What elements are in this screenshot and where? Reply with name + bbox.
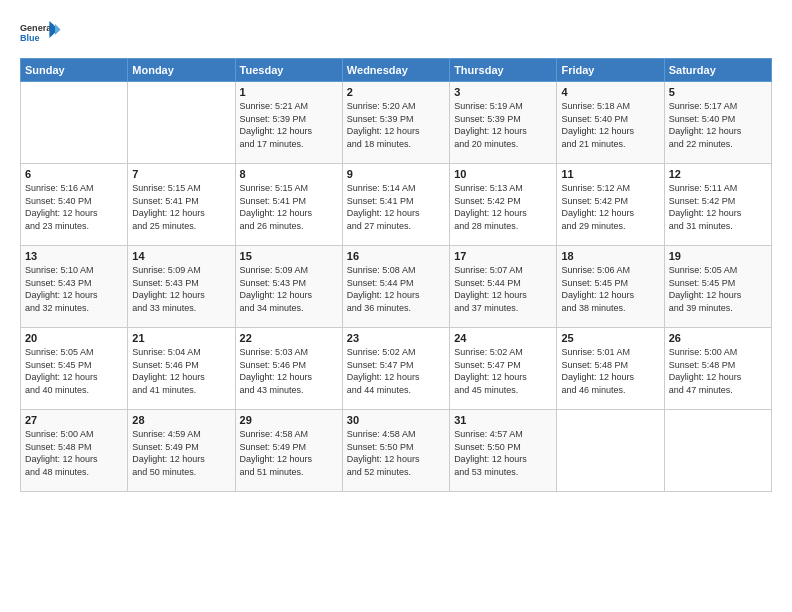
day-number: 1	[240, 86, 338, 98]
day-number: 25	[561, 332, 659, 344]
day-detail: Sunrise: 5:06 AMSunset: 5:45 PMDaylight:…	[561, 264, 659, 314]
day-number: 8	[240, 168, 338, 180]
day-detail: Sunrise: 5:05 AMSunset: 5:45 PMDaylight:…	[669, 264, 767, 314]
calendar-cell: 14Sunrise: 5:09 AMSunset: 5:43 PMDayligh…	[128, 246, 235, 328]
day-number: 16	[347, 250, 445, 262]
day-detail: Sunrise: 5:10 AMSunset: 5:43 PMDaylight:…	[25, 264, 123, 314]
day-detail: Sunrise: 5:02 AMSunset: 5:47 PMDaylight:…	[347, 346, 445, 396]
day-number: 9	[347, 168, 445, 180]
day-detail: Sunrise: 5:05 AMSunset: 5:45 PMDaylight:…	[25, 346, 123, 396]
day-number: 18	[561, 250, 659, 262]
calendar-cell: 10Sunrise: 5:13 AMSunset: 5:42 PMDayligh…	[450, 164, 557, 246]
calendar-cell: 6Sunrise: 5:16 AMSunset: 5:40 PMDaylight…	[21, 164, 128, 246]
calendar-cell: 11Sunrise: 5:12 AMSunset: 5:42 PMDayligh…	[557, 164, 664, 246]
day-detail: Sunrise: 5:15 AMSunset: 5:41 PMDaylight:…	[132, 182, 230, 232]
weekday-header-monday: Monday	[128, 59, 235, 82]
day-detail: Sunrise: 5:02 AMSunset: 5:47 PMDaylight:…	[454, 346, 552, 396]
week-row-1: 1Sunrise: 5:21 AMSunset: 5:39 PMDaylight…	[21, 82, 772, 164]
header: General Blue	[20, 18, 772, 48]
day-number: 15	[240, 250, 338, 262]
day-detail: Sunrise: 5:11 AMSunset: 5:42 PMDaylight:…	[669, 182, 767, 232]
day-detail: Sunrise: 5:08 AMSunset: 5:44 PMDaylight:…	[347, 264, 445, 314]
day-number: 4	[561, 86, 659, 98]
calendar-cell: 8Sunrise: 5:15 AMSunset: 5:41 PMDaylight…	[235, 164, 342, 246]
day-number: 10	[454, 168, 552, 180]
calendar-cell: 28Sunrise: 4:59 AMSunset: 5:49 PMDayligh…	[128, 410, 235, 492]
week-row-3: 13Sunrise: 5:10 AMSunset: 5:43 PMDayligh…	[21, 246, 772, 328]
day-number: 30	[347, 414, 445, 426]
day-number: 5	[669, 86, 767, 98]
calendar-cell: 2Sunrise: 5:20 AMSunset: 5:39 PMDaylight…	[342, 82, 449, 164]
day-detail: Sunrise: 5:13 AMSunset: 5:42 PMDaylight:…	[454, 182, 552, 232]
calendar-cell: 19Sunrise: 5:05 AMSunset: 5:45 PMDayligh…	[664, 246, 771, 328]
calendar-cell: 3Sunrise: 5:19 AMSunset: 5:39 PMDaylight…	[450, 82, 557, 164]
calendar-cell: 26Sunrise: 5:00 AMSunset: 5:48 PMDayligh…	[664, 328, 771, 410]
day-number: 28	[132, 414, 230, 426]
calendar-cell: 29Sunrise: 4:58 AMSunset: 5:49 PMDayligh…	[235, 410, 342, 492]
calendar-cell: 13Sunrise: 5:10 AMSunset: 5:43 PMDayligh…	[21, 246, 128, 328]
calendar-cell: 17Sunrise: 5:07 AMSunset: 5:44 PMDayligh…	[450, 246, 557, 328]
weekday-header-wednesday: Wednesday	[342, 59, 449, 82]
day-number: 13	[25, 250, 123, 262]
day-number: 19	[669, 250, 767, 262]
day-number: 22	[240, 332, 338, 344]
calendar-cell: 1Sunrise: 5:21 AMSunset: 5:39 PMDaylight…	[235, 82, 342, 164]
day-number: 23	[347, 332, 445, 344]
logo: General Blue	[20, 18, 62, 48]
calendar-page: General Blue SundayMondayTuesdayWednesda…	[0, 0, 792, 612]
day-detail: Sunrise: 5:09 AMSunset: 5:43 PMDaylight:…	[240, 264, 338, 314]
day-number: 21	[132, 332, 230, 344]
week-row-2: 6Sunrise: 5:16 AMSunset: 5:40 PMDaylight…	[21, 164, 772, 246]
day-detail: Sunrise: 5:00 AMSunset: 5:48 PMDaylight:…	[669, 346, 767, 396]
day-number: 12	[669, 168, 767, 180]
calendar-cell: 23Sunrise: 5:02 AMSunset: 5:47 PMDayligh…	[342, 328, 449, 410]
weekday-header-row: SundayMondayTuesdayWednesdayThursdayFrid…	[21, 59, 772, 82]
day-detail: Sunrise: 5:01 AMSunset: 5:48 PMDaylight:…	[561, 346, 659, 396]
day-number: 2	[347, 86, 445, 98]
calendar-cell	[557, 410, 664, 492]
day-number: 11	[561, 168, 659, 180]
weekday-header-sunday: Sunday	[21, 59, 128, 82]
day-number: 27	[25, 414, 123, 426]
calendar-cell: 15Sunrise: 5:09 AMSunset: 5:43 PMDayligh…	[235, 246, 342, 328]
day-detail: Sunrise: 5:20 AMSunset: 5:39 PMDaylight:…	[347, 100, 445, 150]
day-number: 24	[454, 332, 552, 344]
weekday-header-tuesday: Tuesday	[235, 59, 342, 82]
day-number: 17	[454, 250, 552, 262]
calendar-cell: 9Sunrise: 5:14 AMSunset: 5:41 PMDaylight…	[342, 164, 449, 246]
day-detail: Sunrise: 5:17 AMSunset: 5:40 PMDaylight:…	[669, 100, 767, 150]
day-detail: Sunrise: 5:07 AMSunset: 5:44 PMDaylight:…	[454, 264, 552, 314]
calendar-table: SundayMondayTuesdayWednesdayThursdayFrid…	[20, 58, 772, 492]
day-detail: Sunrise: 5:19 AMSunset: 5:39 PMDaylight:…	[454, 100, 552, 150]
calendar-cell: 12Sunrise: 5:11 AMSunset: 5:42 PMDayligh…	[664, 164, 771, 246]
day-detail: Sunrise: 5:14 AMSunset: 5:41 PMDaylight:…	[347, 182, 445, 232]
day-number: 31	[454, 414, 552, 426]
week-row-4: 20Sunrise: 5:05 AMSunset: 5:45 PMDayligh…	[21, 328, 772, 410]
calendar-cell	[21, 82, 128, 164]
calendar-cell: 18Sunrise: 5:06 AMSunset: 5:45 PMDayligh…	[557, 246, 664, 328]
calendar-cell: 21Sunrise: 5:04 AMSunset: 5:46 PMDayligh…	[128, 328, 235, 410]
day-detail: Sunrise: 5:15 AMSunset: 5:41 PMDaylight:…	[240, 182, 338, 232]
weekday-header-saturday: Saturday	[664, 59, 771, 82]
day-detail: Sunrise: 4:57 AMSunset: 5:50 PMDaylight:…	[454, 428, 552, 478]
logo-svg: General Blue	[20, 18, 62, 48]
day-number: 7	[132, 168, 230, 180]
day-detail: Sunrise: 5:04 AMSunset: 5:46 PMDaylight:…	[132, 346, 230, 396]
calendar-cell: 22Sunrise: 5:03 AMSunset: 5:46 PMDayligh…	[235, 328, 342, 410]
calendar-cell: 25Sunrise: 5:01 AMSunset: 5:48 PMDayligh…	[557, 328, 664, 410]
day-number: 3	[454, 86, 552, 98]
day-number: 20	[25, 332, 123, 344]
calendar-cell: 27Sunrise: 5:00 AMSunset: 5:48 PMDayligh…	[21, 410, 128, 492]
calendar-cell: 24Sunrise: 5:02 AMSunset: 5:47 PMDayligh…	[450, 328, 557, 410]
day-detail: Sunrise: 5:12 AMSunset: 5:42 PMDaylight:…	[561, 182, 659, 232]
day-detail: Sunrise: 5:16 AMSunset: 5:40 PMDaylight:…	[25, 182, 123, 232]
day-detail: Sunrise: 4:59 AMSunset: 5:49 PMDaylight:…	[132, 428, 230, 478]
day-detail: Sunrise: 5:00 AMSunset: 5:48 PMDaylight:…	[25, 428, 123, 478]
day-detail: Sunrise: 5:09 AMSunset: 5:43 PMDaylight:…	[132, 264, 230, 314]
calendar-cell: 5Sunrise: 5:17 AMSunset: 5:40 PMDaylight…	[664, 82, 771, 164]
calendar-cell	[664, 410, 771, 492]
calendar-cell: 31Sunrise: 4:57 AMSunset: 5:50 PMDayligh…	[450, 410, 557, 492]
calendar-cell: 7Sunrise: 5:15 AMSunset: 5:41 PMDaylight…	[128, 164, 235, 246]
calendar-cell: 16Sunrise: 5:08 AMSunset: 5:44 PMDayligh…	[342, 246, 449, 328]
day-detail: Sunrise: 4:58 AMSunset: 5:49 PMDaylight:…	[240, 428, 338, 478]
